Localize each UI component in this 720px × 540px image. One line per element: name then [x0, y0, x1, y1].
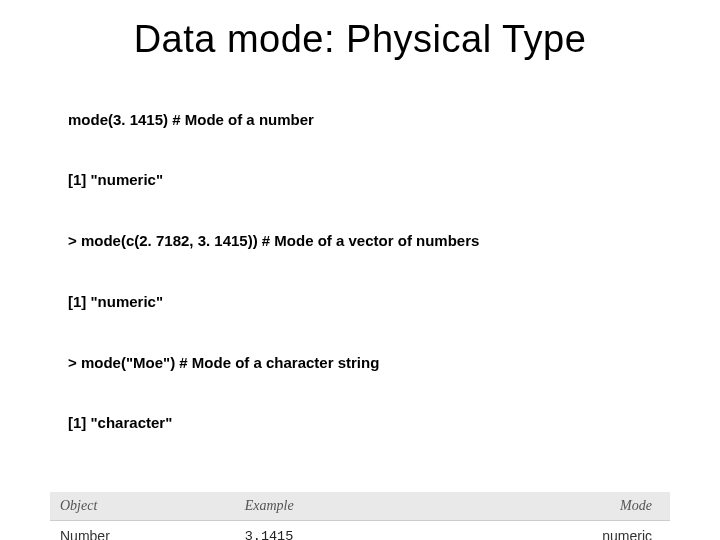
code-line: [1] "numeric" [68, 292, 670, 312]
table-head: Object Example Mode [50, 492, 670, 521]
cell-mode: numeric [583, 521, 670, 541]
cell-example: 3.1415 [235, 521, 583, 541]
table: Object Example Mode Number 3.1415 numeri… [50, 492, 670, 540]
code-line: mode(3. 1415) # Mode of a number [68, 110, 670, 130]
cell-object: Number [50, 521, 235, 541]
header-object: Object [50, 492, 235, 521]
table-header-row: Object Example Mode [50, 492, 670, 521]
mode-table: Object Example Mode Number 3.1415 numeri… [50, 492, 670, 540]
table-row: Number 3.1415 numeric [50, 521, 670, 541]
code-block: mode(3. 1415) # Mode of a number [1] "nu… [68, 69, 670, 474]
table-body: Number 3.1415 numeric Vector of numbers … [50, 521, 670, 541]
code-line: > mode("Moe") # Mode of a character stri… [68, 353, 670, 373]
header-mode: Mode [583, 492, 670, 521]
code-line: [1] "numeric" [68, 170, 670, 190]
code-line: > mode(c(2. 7182, 3. 1415)) # Mode of a … [68, 231, 670, 251]
header-example: Example [235, 492, 583, 521]
page-title: Data mode: Physical Type [50, 18, 670, 61]
code-line: [1] "character" [68, 413, 670, 433]
slide: Data mode: Physical Type mode(3. 1415) #… [0, 0, 720, 540]
